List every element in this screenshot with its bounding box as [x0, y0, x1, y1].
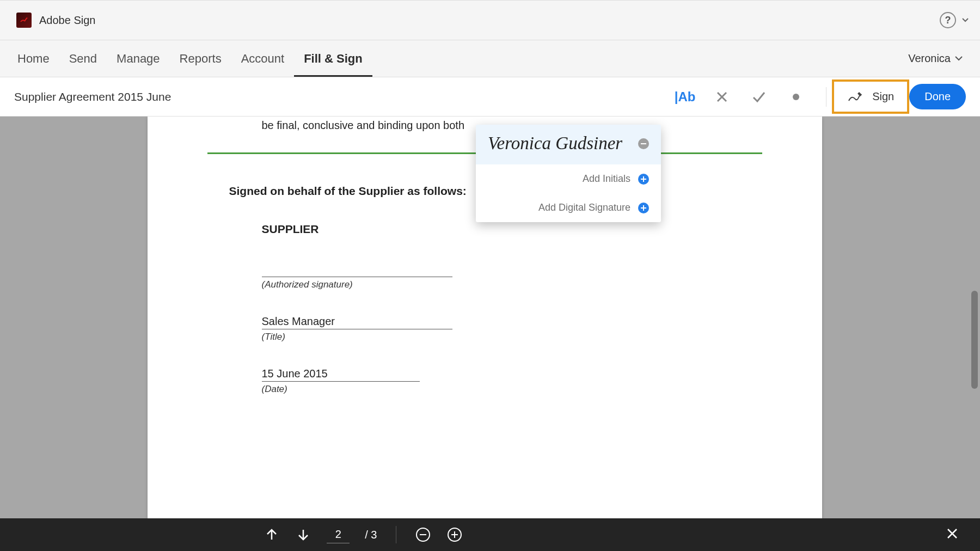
add-digital-label: Add Digital Signature — [488, 202, 630, 213]
plus-icon — [638, 203, 649, 213]
signature-caption: (Authorized signature) — [262, 279, 708, 290]
title-field[interactable]: Sales Manager — [262, 314, 452, 329]
zoom-out-icon — [415, 527, 431, 542]
add-initials-option[interactable]: Add Initials — [476, 164, 661, 193]
tab-send[interactable]: Send — [59, 40, 107, 77]
page-down-button[interactable] — [295, 526, 311, 543]
dot-icon — [793, 94, 799, 100]
add-digital-signature-option[interactable]: Add Digital Signature — [476, 193, 661, 222]
app-title: Adobe Sign — [39, 14, 95, 27]
plus-icon — [638, 174, 649, 185]
arrow-down-icon — [296, 528, 310, 542]
fill-tools: |Ab — [677, 89, 804, 105]
saved-signature: Veronica Gudsiner — [488, 133, 622, 154]
zoom-in-icon — [447, 527, 462, 542]
zoom-in-button[interactable] — [446, 526, 463, 543]
app-header: Adobe Sign ? — [0, 0, 980, 40]
close-icon — [946, 528, 958, 540]
text-cursor-icon: | — [675, 89, 678, 105]
text-tool[interactable]: |Ab — [677, 89, 693, 105]
arrow-up-icon — [265, 528, 279, 542]
remove-icon[interactable] — [638, 138, 649, 149]
toolbar: Supplier Agreement 2015 June |Ab Sign Do… — [0, 77, 980, 117]
close-toolbar-button[interactable] — [946, 528, 958, 542]
zoom-out-button[interactable] — [415, 526, 431, 543]
add-initials-label: Add Initials — [488, 173, 630, 185]
chevron-down-icon — [961, 17, 969, 23]
supplier-label: SUPPLIER — [262, 223, 708, 236]
chevron-down-icon — [955, 56, 963, 62]
scrollbar-thumb[interactable] — [971, 291, 978, 389]
tab-home[interactable]: Home — [17, 40, 59, 77]
scrollbar[interactable] — [971, 117, 979, 518]
sign-label: Sign — [872, 90, 894, 103]
signature-line[interactable] — [262, 264, 452, 277]
date-field[interactable]: 15 June 2015 — [262, 366, 420, 382]
page-number-input[interactable] — [327, 526, 350, 543]
page-up-button[interactable] — [264, 526, 280, 543]
done-button[interactable]: Done — [909, 84, 966, 109]
x-icon — [716, 91, 728, 103]
tab-reports[interactable]: Reports — [170, 40, 231, 77]
user-menu[interactable]: Veronica — [908, 52, 963, 65]
date-caption: (Date) — [262, 384, 708, 395]
tab-bar: Home Send Manage Reports Account Fill & … — [0, 40, 980, 77]
signature-icon — [847, 91, 863, 103]
signature-option[interactable]: Veronica Gudsiner — [476, 125, 661, 164]
page-total: / 3 — [365, 529, 377, 541]
sign-button[interactable]: Sign — [832, 79, 909, 114]
check-tool[interactable] — [751, 89, 767, 105]
document-title: Supplier Agreement 2015 June — [14, 90, 171, 103]
check-icon — [752, 91, 766, 103]
tab-account[interactable]: Account — [231, 40, 295, 77]
tab-manage[interactable]: Manage — [107, 40, 170, 77]
app-logo — [16, 13, 32, 28]
dot-tool[interactable] — [788, 89, 804, 105]
user-name: Veronica — [908, 52, 951, 65]
signature-dropdown: Veronica Gudsiner Add Initials Add Digit… — [476, 125, 661, 222]
help-menu[interactable]: ? — [940, 12, 969, 28]
tab-fill-sign[interactable]: Fill & Sign — [294, 40, 372, 77]
separator — [826, 87, 826, 107]
bottom-bar: / 3 — [0, 518, 980, 551]
cross-tool[interactable] — [714, 89, 730, 105]
title-caption: (Title) — [262, 332, 708, 342]
help-icon: ? — [940, 12, 956, 28]
separator — [396, 526, 396, 543]
